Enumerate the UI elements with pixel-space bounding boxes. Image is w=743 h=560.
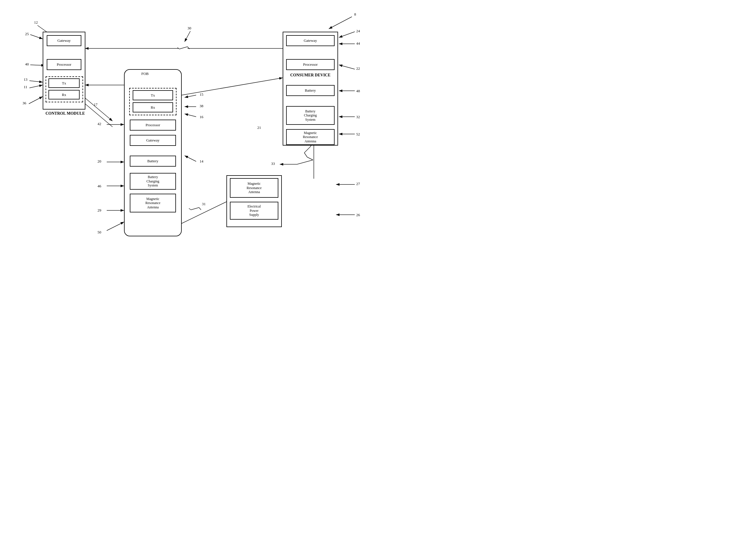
tx-cm-block: Tx <box>48 79 80 88</box>
svg-line-21 <box>187 47 189 49</box>
svg-line-52 <box>185 156 196 161</box>
svg-line-31 <box>189 208 191 210</box>
battery-cd-label: Battery <box>305 88 316 93</box>
svg-line-20 <box>179 47 187 49</box>
num-42: 42 <box>97 122 101 126</box>
magnetic-resonance-fob-label: Magnetic Resonance Antenna <box>145 197 160 209</box>
num-26: 26 <box>356 213 360 217</box>
num-12: 12 <box>34 20 38 25</box>
consumer-device-label: CONSUMER DEVICE <box>283 73 338 78</box>
svg-line-27 <box>297 160 313 164</box>
num-20: 20 <box>97 159 101 164</box>
processor-cm-block: Processor <box>47 59 81 70</box>
num-15: 15 <box>200 92 203 97</box>
num-38: 38 <box>200 104 203 108</box>
processor-cd-label: Processor <box>303 62 318 67</box>
svg-line-51 <box>185 114 196 117</box>
gateway-fob-block: Gateway <box>130 135 176 146</box>
diagram-container: Gateway Processor Tx Rx CONTROL MODULE F… <box>0 0 372 280</box>
svg-line-14 <box>85 98 113 121</box>
magnetic-resonance-ext-label: Magnetic Resonance Antenna <box>247 182 262 194</box>
magnetic-resonance-cd-label: Magnetic Resonance Antenna <box>303 131 318 143</box>
svg-rect-18 <box>179 47 187 50</box>
svg-rect-30 <box>190 207 199 211</box>
num-40: 40 <box>25 62 29 66</box>
rx-cm-label: Rx <box>62 93 66 97</box>
num-52: 52 <box>356 132 360 137</box>
battery-charging-cd-label: Battery Charging System <box>304 109 317 122</box>
num-24: 24 <box>356 29 360 34</box>
battery-fob-label: Battery <box>147 159 158 164</box>
svg-line-55 <box>339 65 355 69</box>
gateway-cm-block: Gateway <box>47 35 81 46</box>
gateway-cd-block: Gateway <box>286 35 335 46</box>
num-21: 21 <box>257 125 261 130</box>
magnetic-resonance-cd-block: Magnetic Resonance Antenna <box>286 129 335 145</box>
tx-fob-block: Tx <box>133 90 173 100</box>
num-30: 30 <box>187 26 191 31</box>
battery-fob-block: Battery <box>130 156 176 167</box>
fob-label: FOB <box>141 72 148 76</box>
electrical-power-supply-block: Electrical Power Supply <box>230 202 278 220</box>
num-25: 25 <box>25 32 29 36</box>
rx-fob-block: Rx <box>133 102 173 112</box>
svg-line-62 <box>307 157 313 160</box>
svg-line-63 <box>304 153 307 157</box>
battery-charging-cd-block: Battery Charging System <box>286 106 335 125</box>
num-32: 32 <box>356 115 360 119</box>
svg-line-64 <box>304 147 310 153</box>
svg-line-3 <box>329 17 352 29</box>
num-44: 44 <box>356 41 360 46</box>
num-33: 33 <box>271 161 275 166</box>
electrical-power-supply-label: Electrical Power Supply <box>248 204 261 217</box>
num-50: 50 <box>97 230 101 235</box>
processor-fob-block: Processor <box>130 120 176 131</box>
magnetic-resonance-fob-block: Magnetic Resonance Antenna <box>130 194 176 213</box>
num-27: 27 <box>356 182 360 186</box>
svg-line-49 <box>185 95 196 97</box>
num-16: 16 <box>200 115 203 119</box>
processor-cm-label: Processor <box>57 62 72 67</box>
num-36: 36 <box>23 101 26 105</box>
battery-cd-block: Battery <box>286 85 335 96</box>
svg-line-33 <box>199 207 201 210</box>
gateway-fob-label: Gateway <box>146 138 160 143</box>
rx-cm-block: Rx <box>48 90 80 99</box>
battery-charging-fob-label: Battery Charging System <box>146 175 159 187</box>
num-13: 13 <box>24 77 28 82</box>
num-22: 22 <box>356 66 360 71</box>
svg-line-9 <box>30 35 43 39</box>
num-31: 31 <box>202 202 206 206</box>
num-17: 17 <box>94 102 97 107</box>
svg-line-53 <box>339 32 355 38</box>
battery-charging-fob-block: Battery Charging System <box>130 173 176 190</box>
svg-line-11 <box>30 81 43 82</box>
svg-line-66 <box>185 31 190 42</box>
num-11: 11 <box>24 85 28 89</box>
magnetic-resonance-ext-block: Magnetic Resonance Antenna <box>230 178 278 198</box>
num-29: 29 <box>97 208 101 213</box>
svg-line-12 <box>30 85 43 88</box>
num-46: 46 <box>97 184 101 188</box>
svg-line-13 <box>29 97 43 104</box>
svg-line-48 <box>107 222 124 231</box>
num-14: 14 <box>200 159 203 164</box>
svg-line-19 <box>177 48 179 49</box>
gateway-cm-label: Gateway <box>57 38 71 43</box>
svg-line-32 <box>191 207 199 210</box>
num-8: 8 <box>354 12 356 17</box>
num-48: 48 <box>356 89 360 93</box>
rx-fob-label: Rx <box>150 105 155 110</box>
tx-cm-label: Tx <box>62 81 66 86</box>
processor-fob-label: Processor <box>146 123 160 127</box>
control-module-label: CONTROL MODULE <box>44 111 87 116</box>
gateway-cd-label: Gateway <box>304 38 317 43</box>
processor-cd-block: Processor <box>286 59 335 70</box>
svg-line-43 <box>182 78 283 95</box>
tx-fob-label: Tx <box>151 93 155 98</box>
